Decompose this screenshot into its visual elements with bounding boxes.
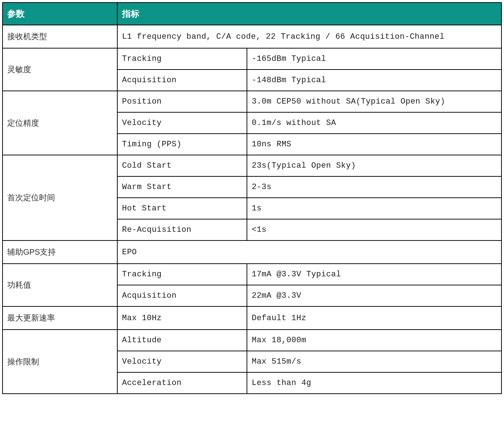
power-tracking-value: 17mA @3.3V Typical	[247, 264, 501, 285]
ttff-reacq-label: Re-Acquisition	[117, 219, 247, 240]
update-rate-default: Default 1Hz	[247, 306, 501, 330]
sensitivity-label: 灵敏度	[3, 48, 117, 91]
power-acquisition-value: 22mA @3.3V	[247, 285, 501, 306]
accuracy-label: 定位精度	[3, 91, 117, 155]
ttff-hot-label: Hot Start	[117, 198, 247, 219]
sensitivity-acquisition-label: Acquisition	[117, 70, 247, 91]
power-label: 功耗值	[3, 264, 117, 306]
accuracy-velocity-label: Velocity	[117, 112, 247, 134]
ttff-warm-label: Warm Start	[117, 176, 247, 198]
ttff-warm-value: 2-3s	[247, 176, 501, 198]
ttff-label: 首次定位时间	[3, 155, 117, 240]
table-row: 功耗值 Tracking 17mA @3.3V Typical	[3, 264, 501, 285]
table-row: 灵敏度 Tracking -165dBm Typical	[3, 48, 501, 70]
agps-label: 辅助GPS支持	[3, 240, 117, 264]
header-indicator: 指标	[117, 3, 501, 25]
update-rate-max: Max 10Hz	[117, 306, 247, 330]
ttff-reacq-value: <1s	[247, 219, 501, 240]
table-row: 操作限制 Altitude Max 18,000m	[3, 330, 501, 351]
ttff-cold-value: 23s(Typical Open Sky)	[247, 155, 501, 176]
limits-velocity-label: Velocity	[117, 351, 247, 372]
sensitivity-acquisition-value: -148dBm Typical	[247, 70, 501, 91]
accuracy-position-label: Position	[117, 91, 247, 112]
sensitivity-tracking-label: Tracking	[117, 48, 247, 70]
agps-value: EPO	[117, 240, 501, 264]
accuracy-timing-label: Timing (PPS)	[117, 134, 247, 155]
limits-label: 操作限制	[3, 330, 117, 394]
receiver-type-value: L1 frequency band, C/A code, 22 Tracking…	[117, 25, 501, 48]
ttff-hot-value: 1s	[247, 198, 501, 219]
table-header-row: 参数 指标	[3, 3, 501, 25]
power-acquisition-label: Acquisition	[117, 285, 247, 306]
table-row: 最大更新速率 Max 10Hz Default 1Hz	[3, 306, 501, 330]
limits-acceleration-label: Acceleration	[117, 372, 247, 394]
accuracy-position-value: 3.0m CEP50 without SA(Typical Open Sky)	[247, 91, 501, 112]
table-row: 辅助GPS支持 EPO	[3, 240, 501, 264]
accuracy-timing-value: 10ns RMS	[247, 134, 501, 155]
receiver-type-label: 接收机类型	[3, 25, 117, 48]
limits-altitude-label: Altitude	[117, 330, 247, 351]
table-row: 接收机类型 L1 frequency band, C/A code, 22 Tr…	[3, 25, 501, 48]
update-rate-label: 最大更新速率	[3, 306, 117, 330]
ttff-cold-label: Cold Start	[117, 155, 247, 176]
sensitivity-tracking-value: -165dBm Typical	[247, 48, 501, 70]
limits-acceleration-value: Less than 4g	[247, 372, 501, 394]
table-row: 首次定位时间 Cold Start 23s(Typical Open Sky)	[3, 155, 501, 176]
limits-altitude-value: Max 18,000m	[247, 330, 501, 351]
header-param: 参数	[3, 3, 117, 25]
limits-velocity-value: Max 515m/s	[247, 351, 501, 372]
spec-table: 参数 指标 接收机类型 L1 frequency band, C/A code,…	[2, 2, 502, 394]
power-tracking-label: Tracking	[117, 264, 247, 285]
accuracy-velocity-value: 0.1m/s without SA	[247, 112, 501, 134]
table-row: 定位精度 Position 3.0m CEP50 without SA(Typi…	[3, 91, 501, 112]
